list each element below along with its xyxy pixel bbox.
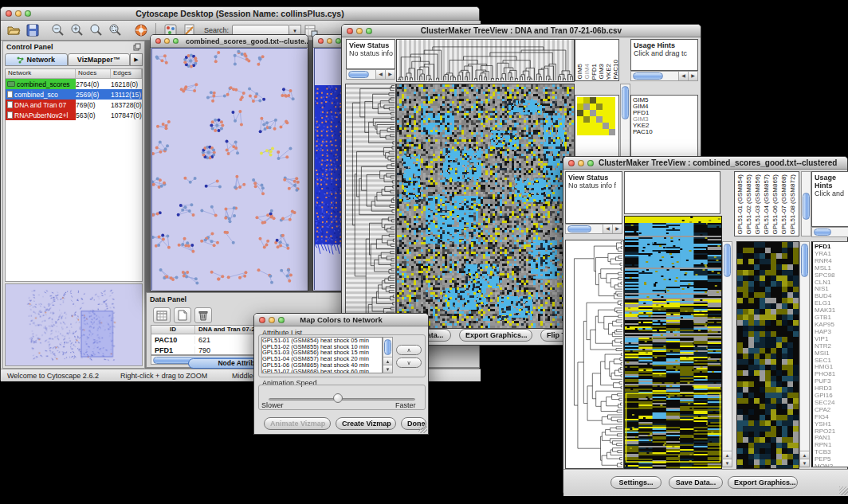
attribute-list-vscrollbar[interactable]	[383, 337, 393, 373]
float-panel-icon[interactable]	[133, 43, 141, 51]
heatmap-cell	[609, 110, 615, 116]
move-down-button[interactable]: ∨	[396, 357, 422, 368]
help-lifering-icon[interactable]	[132, 21, 151, 39]
minimize-button[interactable]	[578, 160, 584, 166]
scrollbar-thumb[interactable]	[801, 244, 808, 277]
view-status-panel: View Status No status info f	[346, 39, 395, 69]
move-up-button[interactable]: ∧	[396, 345, 422, 355]
animate-vizmap-button[interactable]: Animate Vizmap	[264, 417, 331, 430]
network-view-titlebar[interactable]: combined_scores_good.txt--cluste...	[151, 35, 308, 48]
close-button[interactable]	[155, 38, 161, 44]
scrollbar-thumb[interactable]	[384, 339, 391, 355]
zoom-button[interactable]	[366, 28, 372, 34]
zoom-button[interactable]	[173, 38, 179, 44]
settings-button[interactable]: Settings...	[610, 476, 662, 489]
network-graph-canvas[interactable]	[152, 49, 308, 291]
column-label: GPL51-02 (GSM855)	[744, 174, 753, 235]
tab-vizmapper[interactable]: VizMapper™	[68, 53, 131, 66]
scroll-up-icon[interactable]	[723, 451, 732, 459]
scrollbar-thumb[interactable]	[633, 72, 663, 80]
scroll-down-icon[interactable]	[383, 365, 392, 373]
column-labels-vscrollbar[interactable]	[801, 171, 811, 236]
heatmap-cell	[577, 116, 583, 123]
network-table-row[interactable]: combined_sco2569(6)13112(15)	[6, 89, 142, 100]
zoom-out-button[interactable]	[49, 21, 68, 39]
scrollbar-thumb[interactable]	[724, 244, 731, 277]
save-data-button[interactable]: Save Data...	[669, 476, 723, 489]
scrollbar-thumb[interactable]	[348, 71, 369, 78]
correlation-heatmap[interactable]	[575, 96, 618, 137]
scroll-right-icon[interactable]	[612, 225, 622, 233]
zoom-button[interactable]	[25, 10, 31, 17]
gene-list-panel: PFD1YRA1RNR4MSL1SPC98CLN1NIS1BUD4ELG1MAK…	[811, 241, 848, 467]
scroll-left-icon[interactable]	[678, 72, 688, 80]
close-button[interactable]	[6, 10, 12, 17]
scroll-right-icon[interactable]	[385, 70, 395, 79]
resize-grip[interactable]	[839, 486, 848, 495]
heatmap-vscrollbar[interactable]	[722, 241, 732, 467]
heatmap-cell	[590, 97, 596, 104]
treeview2-titlebar[interactable]: ClusterMaker TreeView : combined_scores_…	[563, 157, 847, 170]
open-session-button[interactable]	[4, 21, 23, 39]
usage-hints-hscrollbar[interactable]	[811, 227, 848, 237]
slider-thumb[interactable]	[333, 393, 343, 403]
birdseye-overview-canvas[interactable]	[5, 283, 143, 366]
scrollbar-thumb[interactable]	[814, 229, 831, 236]
close-button[interactable]	[318, 38, 324, 44]
row-dendrogram-canvas[interactable]	[565, 240, 624, 469]
network-table-row[interactable]: RNAPuberNov2+l563(0)107847(0)	[6, 110, 142, 120]
main-titlebar[interactable]: Cytoscape Desktop (Session Name: collins…	[1, 7, 479, 21]
zoom-button[interactable]	[336, 38, 341, 44]
column-dendrogram-area[interactable]	[624, 171, 720, 214]
minimize-button[interactable]	[15, 10, 22, 17]
tab-overflow-arrow[interactable]: ▶	[130, 53, 143, 66]
tab-network[interactable]: Network	[5, 53, 68, 66]
scroll-left-icon[interactable]	[603, 225, 612, 233]
zoom-in-button[interactable]	[68, 21, 87, 39]
minimize-button[interactable]	[164, 38, 170, 44]
dialog-titlebar[interactable]: Map Colors to Network	[254, 314, 428, 326]
control-panel-title: Control Panel	[6, 43, 53, 51]
minimize-button[interactable]	[269, 317, 275, 323]
zoom-button[interactable]	[278, 317, 285, 323]
close-button[interactable]	[259, 317, 265, 323]
export-graphics-button[interactable]: Export Graphics...	[728, 476, 798, 489]
treeview1-titlebar[interactable]: ClusterMaker TreeView : DNA and Tran 07-…	[342, 25, 701, 37]
view-status-hscrollbar[interactable]	[346, 69, 395, 80]
zoom-button[interactable]	[587, 160, 594, 166]
attribute-item[interactable]: GPL51-07 (GSM868) heat shock 60 min	[262, 369, 382, 373]
minimize-button[interactable]	[327, 38, 332, 44]
network-table-rows: combined_scores2764(0)16218(0)combined_s…	[6, 79, 142, 120]
new-attribute-icon[interactable]	[174, 307, 191, 323]
scroll-down-icon[interactable]	[800, 459, 809, 467]
scroll-up-icon[interactable]	[800, 451, 809, 459]
close-button[interactable]	[347, 28, 353, 34]
scrollbar-thumb[interactable]	[803, 193, 810, 220]
scroll-up-icon[interactable]	[383, 357, 392, 365]
scroll-right-icon[interactable]	[688, 72, 697, 80]
close-button[interactable]	[568, 160, 575, 166]
resize-grip[interactable]	[418, 424, 427, 433]
delete-attribute-trash-icon[interactable]	[194, 307, 212, 323]
usage-hints-hscrollbar[interactable]	[630, 71, 698, 81]
scrollbar-thumb[interactable]	[567, 225, 591, 232]
minimize-button[interactable]	[356, 28, 363, 34]
scrollbar-thumb[interactable]	[622, 86, 629, 119]
zoom-fit-button[interactable]	[87, 21, 106, 39]
network-table-row[interactable]: combined_scores2764(0)16218(0)	[6, 79, 142, 89]
export-graphics-button[interactable]: Export Graphics...	[459, 329, 532, 342]
create-vizmap-button[interactable]: Create Vizmap	[336, 417, 396, 430]
heatmap-canvas[interactable]	[396, 84, 575, 329]
column-dendrogram-canvas[interactable]	[396, 39, 575, 82]
save-session-button[interactable]	[23, 21, 42, 39]
heatmap-canvas[interactable]	[624, 216, 722, 469]
view-status-hscrollbar[interactable]	[565, 224, 622, 234]
zoom-heatmap-canvas[interactable]	[736, 241, 799, 469]
select-attributes-icon[interactable]	[153, 307, 171, 323]
scroll-down-icon[interactable]	[723, 459, 732, 467]
zoom-vscrollbar[interactable]	[799, 241, 810, 467]
network-table-row[interactable]: DNA and Tran 07769(0)183728(0)	[6, 100, 142, 110]
zoom-selected-button[interactable]	[106, 21, 125, 39]
scroll-left-icon[interactable]	[375, 70, 385, 79]
row-dendrogram-canvas[interactable]	[345, 84, 396, 329]
